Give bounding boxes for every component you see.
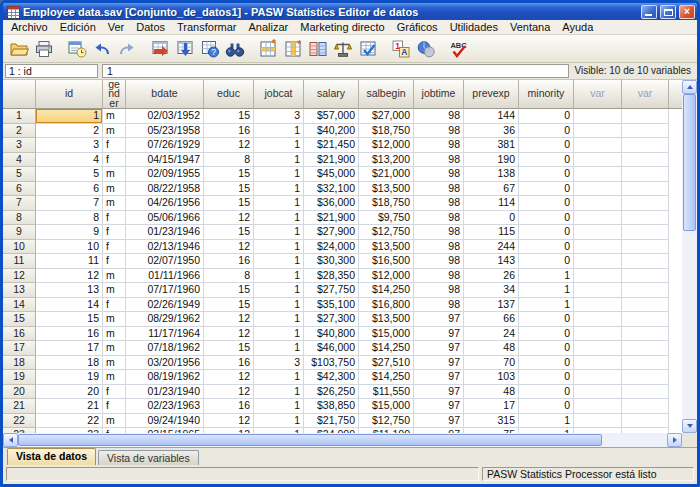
cell-r15-id[interactable]: 15	[36, 312, 103, 327]
cell-r6-id[interactable]: 6	[36, 182, 103, 197]
cell-r16-educ[interactable]: 12	[204, 327, 254, 342]
menu-item-archivo[interactable]: Archivo	[5, 21, 54, 33]
find-icon[interactable]	[223, 37, 248, 61]
cell-r3-jobcat[interactable]: 1	[254, 138, 304, 153]
cell-r3-var2[interactable]	[622, 138, 669, 153]
cell-r11-minority[interactable]: 0	[519, 254, 574, 269]
vertical-scrollbar[interactable]	[682, 80, 697, 433]
cell-r8-educ[interactable]: 12	[204, 211, 254, 226]
undo-icon[interactable]	[90, 37, 115, 61]
cell-r5-prevexp[interactable]: 138	[464, 167, 519, 182]
cell-r14-salary[interactable]: $35,100	[304, 298, 359, 313]
menu-item-ayuda[interactable]: Ayuda	[556, 21, 599, 33]
cell-r9-minority[interactable]: 0	[519, 225, 574, 240]
row-header-12[interactable]: 12	[3, 269, 36, 284]
cell-r13-bdate[interactable]: 07/17/1960	[126, 283, 204, 298]
cell-r21-salary[interactable]: $38,850	[304, 399, 359, 414]
cell-r12-prevexp[interactable]: 26	[464, 269, 519, 284]
cell-r9-salbegin[interactable]: $12,750	[359, 225, 414, 240]
cell-r2-salary[interactable]: $40,200	[304, 124, 359, 139]
cell-r13-educ[interactable]: 15	[204, 283, 254, 298]
cell-r16-minority[interactable]: 0	[519, 327, 574, 342]
cell-r16-id[interactable]: 16	[36, 327, 103, 342]
cell-r17-educ[interactable]: 15	[204, 341, 254, 356]
cell-r10-minority[interactable]: 0	[519, 240, 574, 255]
cell-r15-educ[interactable]: 12	[204, 312, 254, 327]
cell-r10-salary[interactable]: $24,000	[304, 240, 359, 255]
cell-r14-salbegin[interactable]: $16,800	[359, 298, 414, 313]
cell-r3-salbegin[interactable]: $12,000	[359, 138, 414, 153]
cell-r14-var1[interactable]	[574, 298, 622, 313]
cell-r20-var2[interactable]	[622, 385, 669, 400]
cell-r17-jobcat[interactable]: 1	[254, 341, 304, 356]
scroll-up-button[interactable]	[682, 80, 697, 94]
cell-r10-var1[interactable]	[574, 240, 622, 255]
cell-r6-prevexp[interactable]: 67	[464, 182, 519, 197]
menu-item-marketing-directo[interactable]: Marketing directo	[294, 21, 390, 33]
horizontal-scroll-track[interactable]	[18, 433, 667, 447]
cell-r19-salbegin[interactable]: $14,250	[359, 370, 414, 385]
scroll-right-button[interactable]	[667, 433, 682, 447]
cell-r15-var2[interactable]	[622, 312, 669, 327]
cell-r5-salbegin[interactable]: $21,000	[359, 167, 414, 182]
cell-r22-var2[interactable]	[622, 414, 669, 429]
cell-r4-jobtime[interactable]: 98	[414, 153, 464, 168]
cell-r3-educ[interactable]: 12	[204, 138, 254, 153]
cell-r22-prevexp[interactable]: 315	[464, 414, 519, 429]
cell-r2-var1[interactable]	[574, 124, 622, 139]
tab-vista-de-datos[interactable]: Vista de datos	[7, 448, 96, 465]
cell-r3-jobtime[interactable]: 98	[414, 138, 464, 153]
cell-r10-var2[interactable]	[622, 240, 669, 255]
cell-r19-gender[interactable]: m	[103, 370, 126, 385]
cell-r18-var1[interactable]	[574, 356, 622, 371]
cell-r1-prevexp[interactable]: 144	[464, 109, 519, 124]
cell-r17-gender[interactable]: m	[103, 341, 126, 356]
cell-r14-jobcat[interactable]: 1	[254, 298, 304, 313]
cell-r11-jobtime[interactable]: 98	[414, 254, 464, 269]
cell-r5-id[interactable]: 5	[36, 167, 103, 182]
column-header-minority[interactable]: minority	[519, 80, 574, 109]
goto-case-icon[interactable]	[148, 37, 173, 61]
cell-r11-var2[interactable]	[622, 254, 669, 269]
scroll-left-button[interactable]	[3, 433, 18, 447]
cell-r1-salbegin[interactable]: $27,000	[359, 109, 414, 124]
row-header-17[interactable]: 17	[3, 341, 36, 356]
cell-r9-jobcat[interactable]: 1	[254, 225, 304, 240]
cell-r20-jobtime[interactable]: 97	[414, 385, 464, 400]
cell-r1-salary[interactable]: $57,000	[304, 109, 359, 124]
cell-r1-id[interactable]: 1	[36, 109, 103, 124]
cell-r22-jobtime[interactable]: 97	[414, 414, 464, 429]
cell-r20-salbegin[interactable]: $11,550	[359, 385, 414, 400]
column-header-jobcat[interactable]: jobcat	[254, 80, 304, 109]
cell-r19-bdate[interactable]: 08/19/1962	[126, 370, 204, 385]
close-button[interactable]: ×	[679, 5, 695, 19]
cell-r10-id[interactable]: 10	[36, 240, 103, 255]
cell-r15-bdate[interactable]: 08/29/1962	[126, 312, 204, 327]
cell-r7-gender[interactable]: m	[103, 196, 126, 211]
cell-r21-prevexp[interactable]: 17	[464, 399, 519, 414]
row-header-13[interactable]: 13	[3, 283, 36, 298]
cell-r13-minority[interactable]: 1	[519, 283, 574, 298]
cell-r7-prevexp[interactable]: 114	[464, 196, 519, 211]
cell-r2-var2[interactable]	[622, 124, 669, 139]
row-header-14[interactable]: 14	[3, 298, 36, 313]
cell-r3-bdate[interactable]: 07/26/1929	[126, 138, 204, 153]
cell-r6-educ[interactable]: 15	[204, 182, 254, 197]
cell-r6-jobtime[interactable]: 98	[414, 182, 464, 197]
cell-r19-minority[interactable]: 0	[519, 370, 574, 385]
cell-r19-salary[interactable]: $42,300	[304, 370, 359, 385]
cell-r2-minority[interactable]: 0	[519, 124, 574, 139]
cell-r4-jobcat[interactable]: 1	[254, 153, 304, 168]
cell-r1-var1[interactable]	[574, 109, 622, 124]
cell-r4-bdate[interactable]: 04/15/1947	[126, 153, 204, 168]
cell-r10-gender[interactable]: f	[103, 240, 126, 255]
cell-r2-gender[interactable]: m	[103, 124, 126, 139]
cell-r22-minority[interactable]: 1	[519, 414, 574, 429]
cell-r21-var2[interactable]	[622, 399, 669, 414]
menu-item-gr-ficos[interactable]: Gráficos	[391, 21, 444, 33]
cell-r19-id[interactable]: 19	[36, 370, 103, 385]
cell-r16-jobtime[interactable]: 97	[414, 327, 464, 342]
cell-r13-gender[interactable]: m	[103, 283, 126, 298]
cell-r18-gender[interactable]: m	[103, 356, 126, 371]
column-header-bdate[interactable]: bdate	[126, 80, 204, 109]
